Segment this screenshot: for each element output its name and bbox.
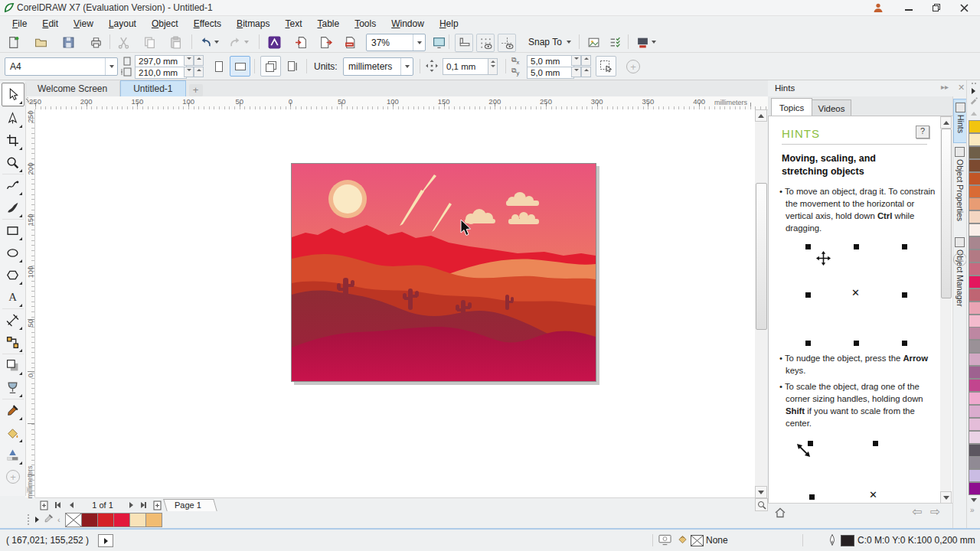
- redo-dropdown-caret[interactable]: [242, 34, 251, 51]
- application-launcher-caret[interactable]: [649, 34, 658, 51]
- tab-untitled-1[interactable]: Untitled-1: [120, 80, 185, 96]
- zoom-tool[interactable]: [2, 152, 24, 174]
- palette-swatch[interactable]: [969, 236, 980, 249]
- palette-swatch[interactable]: [969, 223, 980, 236]
- palette-swatch[interactable]: [969, 418, 980, 431]
- hints-forward-icon[interactable]: ⇨: [930, 504, 940, 519]
- portrait-button[interactable]: [208, 56, 229, 77]
- drop-shadow-tool[interactable]: [2, 354, 24, 377]
- palette-swatch[interactable]: [969, 315, 980, 328]
- palette-swatch[interactable]: [969, 133, 980, 146]
- palette-swatch[interactable]: [969, 469, 980, 482]
- menu-object[interactable]: Object: [144, 17, 186, 31]
- zoom-level-caret[interactable]: [413, 34, 425, 51]
- hints-scroll-thumb[interactable]: [941, 129, 952, 298]
- coordinates-expand-button[interactable]: [98, 534, 113, 547]
- treat-as-filled-button[interactable]: [596, 56, 616, 77]
- add-page-end-button[interactable]: [152, 500, 163, 510]
- user-account-icon[interactable]: [873, 2, 884, 13]
- crop-tool[interactable]: [2, 129, 24, 152]
- docker-collapse-icon[interactable]: ▸▸: [941, 83, 949, 91]
- save-icon[interactable]: [60, 34, 77, 51]
- page-1-tab[interactable]: Page 1: [167, 498, 222, 512]
- page-width-field[interactable]: 297,0 mm: [135, 55, 187, 67]
- menu-text[interactable]: Text: [277, 17, 309, 31]
- zoom-level-combo[interactable]: 37%: [366, 34, 426, 51]
- last-page-button[interactable]: [138, 500, 149, 510]
- pick-tool[interactable]: [2, 83, 24, 106]
- customize-propbar-button[interactable]: +: [626, 60, 640, 73]
- landscape-button[interactable]: [230, 56, 250, 77]
- palette-scroll-left[interactable]: ‹: [57, 515, 60, 524]
- palette-swatch[interactable]: [969, 405, 980, 418]
- palette-grip[interactable]: [28, 514, 32, 525]
- palette-swatch[interactable]: [969, 456, 980, 469]
- palette-swatch[interactable]: [969, 340, 980, 353]
- palette-swatch[interactable]: [969, 185, 980, 198]
- docker-tab-object-properties[interactable]: Object Properties: [953, 144, 966, 233]
- hints-back-icon[interactable]: ⇦: [912, 504, 922, 519]
- all-pages-button[interactable]: [260, 56, 281, 77]
- palette-swatch[interactable]: [969, 353, 980, 366]
- add-tools-button[interactable]: +: [6, 470, 20, 484]
- full-screen-preview-icon[interactable]: [430, 34, 447, 51]
- undo-icon[interactable]: [197, 34, 214, 51]
- quick-customize-button[interactable]: +: [953, 253, 967, 266]
- open-icon[interactable]: [32, 34, 49, 51]
- hints-scrollbar[interactable]: [940, 116, 952, 503]
- interactive-fill-tool[interactable]: [2, 444, 24, 466]
- tab-videos[interactable]: Videos: [812, 99, 851, 117]
- document-palette-swatch[interactable]: [145, 513, 162, 527]
- nudge-distance-field[interactable]: 0,1 mm: [443, 58, 492, 75]
- menu-table[interactable]: Table: [309, 17, 347, 31]
- document-palette-swatch[interactable]: [113, 513, 130, 527]
- publish-to-pdf-icon[interactable]: [341, 34, 358, 51]
- restore-button[interactable]: [925, 2, 948, 14]
- scroll-up-button[interactable]: [755, 109, 767, 122]
- units-combo[interactable]: millimeters: [343, 57, 413, 76]
- palette-swatch[interactable]: [969, 146, 980, 159]
- palette-swatch[interactable]: [969, 262, 980, 276]
- import-icon[interactable]: [292, 34, 309, 51]
- hints-scroll-up[interactable]: [940, 116, 952, 129]
- menu-edit[interactable]: Edit: [34, 17, 66, 31]
- palette-swatch[interactable]: [969, 210, 980, 223]
- palette-flyout-arrow[interactable]: [35, 517, 39, 523]
- transparency-tool[interactable]: [2, 377, 24, 399]
- connector-tool[interactable]: [2, 331, 24, 354]
- hints-help-button[interactable]: ?: [916, 126, 929, 139]
- vertical-ruler[interactable]: millimeters 250200150100500: [25, 109, 35, 497]
- palette-column-flyout[interactable]: [972, 88, 975, 94]
- fill-none-swatch[interactable]: [691, 535, 704, 546]
- options-icon[interactable]: [606, 34, 623, 51]
- document-navigator-button[interactable]: [755, 498, 768, 511]
- show-rulers-icon[interactable]: [455, 34, 473, 52]
- artistic-media-tool[interactable]: [2, 197, 24, 219]
- hints-home-icon[interactable]: [774, 507, 786, 521]
- snap-to-dropdown[interactable]: Snap To: [524, 34, 576, 49]
- document-palette-swatch[interactable]: [81, 513, 98, 527]
- duplicate-x-field[interactable]: 5,0 mm: [527, 55, 574, 67]
- nudge-spinner[interactable]: [488, 58, 498, 75]
- palette-pen-icon[interactable]: [969, 97, 978, 108]
- docker-tab-object-manager[interactable]: Object Manager: [953, 234, 966, 320]
- palette-column-grip[interactable]: [972, 83, 976, 87]
- palette-swatch[interactable]: [969, 482, 980, 495]
- palette-swatch[interactable]: [969, 159, 980, 172]
- palette-swatch[interactable]: [969, 289, 980, 302]
- menu-window[interactable]: Window: [384, 17, 432, 31]
- menu-file[interactable]: File: [5, 17, 34, 31]
- horizontal-ruler[interactable]: millimeters 2502001501005005010015020025…: [34, 96, 768, 110]
- menu-help[interactable]: Help: [432, 17, 466, 31]
- drawing-canvas[interactable]: [35, 109, 755, 497]
- show-grid-icon[interactable]: [476, 34, 495, 52]
- current-page-button[interactable]: [282, 56, 302, 77]
- minimize-button[interactable]: [897, 2, 920, 14]
- parallel-dimension-tool[interactable]: [2, 308, 24, 331]
- shape-tool[interactable]: [2, 106, 24, 129]
- desert-sunset-artwork[interactable]: [292, 164, 596, 381]
- palette-swatch[interactable]: [969, 444, 980, 457]
- palette-scroll-down[interactable]: [971, 498, 977, 502]
- palette-scroll-up[interactable]: [971, 112, 977, 116]
- palette-swatch[interactable]: [969, 276, 980, 289]
